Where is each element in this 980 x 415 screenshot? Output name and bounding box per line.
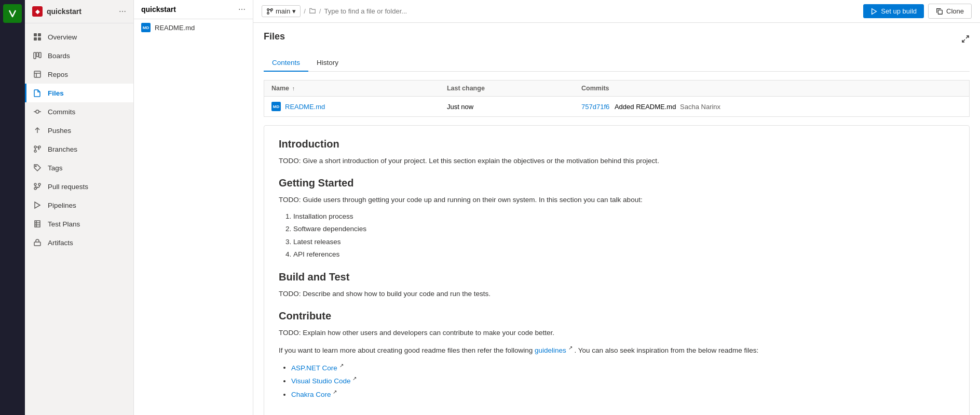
- sidebar-item-label: Commits: [48, 108, 75, 116]
- sidebar-item-files[interactable]: Files: [25, 84, 133, 102]
- sidebar-item-artifacts[interactable]: Artifacts: [25, 233, 133, 252]
- tab-contents[interactable]: Contents: [264, 55, 308, 72]
- breadcrumb: main ▾ / /: [262, 5, 438, 17]
- readme-p-build-test: TODO: Describe and show how to build you…: [279, 288, 955, 300]
- file-tree-title: quickstart: [141, 5, 176, 14]
- clone-button[interactable]: Clone: [928, 4, 972, 19]
- svg-point-19: [38, 183, 40, 185]
- svg-rect-26: [938, 10, 942, 14]
- readme-p-getting-started: TODO: Guide users through getting your c…: [279, 194, 955, 206]
- svg-point-13: [34, 146, 36, 148]
- readme-ul-contribute: ASP.NET Core ↗ Visual Studio Code ↗ Chak…: [291, 361, 955, 401]
- files-area: Files Contents History Name ↑ Last chang…: [253, 23, 980, 415]
- file-tree-item-name: README.md: [155, 24, 195, 32]
- app-logo[interactable]: [3, 4, 22, 23]
- sidebar-item-label: Overview: [48, 33, 77, 41]
- sidebar-item-boards[interactable]: Boards: [25, 46, 133, 65]
- sidebar-item-label: Boards: [48, 52, 70, 60]
- pipelines-icon: [32, 200, 43, 210]
- readme-p-intro: TODO: Give a short introduction of your …: [279, 155, 955, 167]
- file-tree-header: quickstart ⋯: [134, 0, 253, 19]
- sidebar-nav: Overview Boards Repos Files: [25, 23, 133, 415]
- project-icon: ◆: [32, 6, 43, 17]
- guidelines-link[interactable]: guidelines: [535, 346, 566, 354]
- sidebar-item-branches[interactable]: Branches: [25, 140, 133, 158]
- tab-history[interactable]: History: [308, 55, 347, 72]
- ext-icon: ↗: [339, 363, 344, 368]
- sidebar-item-commits[interactable]: Commits: [25, 102, 133, 121]
- svg-rect-3: [34, 37, 37, 41]
- sidebar-item-tags[interactable]: Tags: [25, 158, 133, 177]
- sidebar-item-repos[interactable]: Repos: [25, 65, 133, 84]
- list-item: Installation process: [293, 210, 955, 223]
- sidebar: ◆ quickstart ⋯ Overview Boards Repos: [25, 0, 134, 415]
- svg-point-14: [34, 150, 36, 152]
- project-title: ◆ quickstart: [32, 6, 81, 17]
- artifacts-icon: [32, 237, 43, 248]
- file-name-link[interactable]: README.md: [285, 103, 325, 111]
- file-tree-more-icon[interactable]: ⋯: [238, 5, 246, 14]
- commit-hash-link[interactable]: 757d71f6: [581, 103, 609, 111]
- sidebar-item-label: Artifacts: [48, 239, 73, 247]
- branches-icon: [32, 144, 43, 154]
- sidebar-item-label: Test Plans: [48, 220, 80, 228]
- breadcrumb-separator2: /: [319, 7, 321, 15]
- svg-point-22: [267, 8, 269, 10]
- sidebar-item-pipelines[interactable]: Pipelines: [25, 196, 133, 215]
- sidebar-item-label: Pull requests: [48, 183, 88, 191]
- readme-box: Introduction TODO: Give a short introduc…: [264, 125, 970, 415]
- sidebar-item-label: Pushes: [48, 127, 71, 135]
- commit-author: Sacha Narinx: [680, 103, 720, 111]
- sidebar-more-icon[interactable]: ⋯: [119, 7, 126, 16]
- sort-arrow: ↑: [292, 85, 295, 91]
- list-item: API references: [293, 248, 955, 261]
- files-icon: [32, 88, 43, 98]
- table-row: MD README.md Just now 757d71f6 Added REA…: [264, 97, 970, 117]
- list-item: Latest releases: [293, 236, 955, 248]
- last-change-cell: Just now: [440, 97, 574, 117]
- readme-ol-getting-started: Installation process Software dependenci…: [293, 210, 955, 261]
- setup-build-button[interactable]: Set up build: [863, 4, 924, 18]
- sidebar-item-pushes[interactable]: Pushes: [25, 121, 133, 140]
- clone-label: Clone: [946, 7, 964, 15]
- project-name: quickstart: [47, 7, 81, 16]
- readme-h2-intro: Introduction: [279, 138, 955, 150]
- svg-rect-1: [34, 33, 37, 36]
- col-name[interactable]: Name ↑: [264, 81, 440, 97]
- file-tree-item-readme[interactable]: MD README.md: [134, 19, 253, 36]
- svg-rect-2: [38, 33, 41, 36]
- aspnet-link[interactable]: ASP.NET Core: [291, 364, 337, 371]
- sidebar-item-pull-requests[interactable]: Pull requests: [25, 177, 133, 196]
- readme-h2-getting-started: Getting Started: [279, 177, 955, 189]
- svg-point-17: [34, 183, 36, 185]
- col-commits: Commits: [574, 81, 969, 97]
- svg-rect-5: [34, 52, 36, 59]
- col-last-change: Last change: [440, 81, 574, 97]
- ext-icon: ↗: [568, 345, 573, 351]
- svg-rect-7: [39, 52, 41, 58]
- list-item: Chakra Core ↗: [291, 387, 955, 401]
- readme-h2-build-test: Build and Test: [279, 271, 955, 283]
- chakra-link[interactable]: Chakra Core: [291, 391, 331, 398]
- sidebar-item-test-plans[interactable]: Test Plans: [25, 215, 133, 233]
- file-tree-panel: quickstart ⋯ MD README.md: [134, 0, 253, 415]
- sidebar-item-overview[interactable]: Overview: [25, 28, 133, 46]
- readme-extra-suffix: . You can also seek inspiration from the…: [574, 346, 758, 354]
- setup-build-label: Set up build: [881, 7, 917, 15]
- svg-point-16: [35, 166, 36, 167]
- vscode-link[interactable]: Visual Studio Code: [291, 377, 351, 385]
- expand-button[interactable]: [961, 35, 970, 45]
- svg-rect-21: [34, 242, 40, 246]
- boards-icon: [32, 50, 43, 61]
- file-md-icon: MD: [271, 102, 281, 111]
- folder-icon: [309, 7, 316, 16]
- branch-selector[interactable]: main ▾: [262, 5, 301, 17]
- svg-rect-6: [36, 52, 38, 57]
- branch-icon: [266, 8, 274, 15]
- tabs: Contents History: [264, 55, 970, 72]
- repos-icon: [32, 69, 43, 79]
- test-plans-icon: [32, 219, 43, 229]
- path-input[interactable]: [324, 7, 438, 15]
- setup-build-icon: [870, 8, 878, 15]
- readme-p-contribute-extra: If you want to learn more about creating…: [279, 344, 955, 356]
